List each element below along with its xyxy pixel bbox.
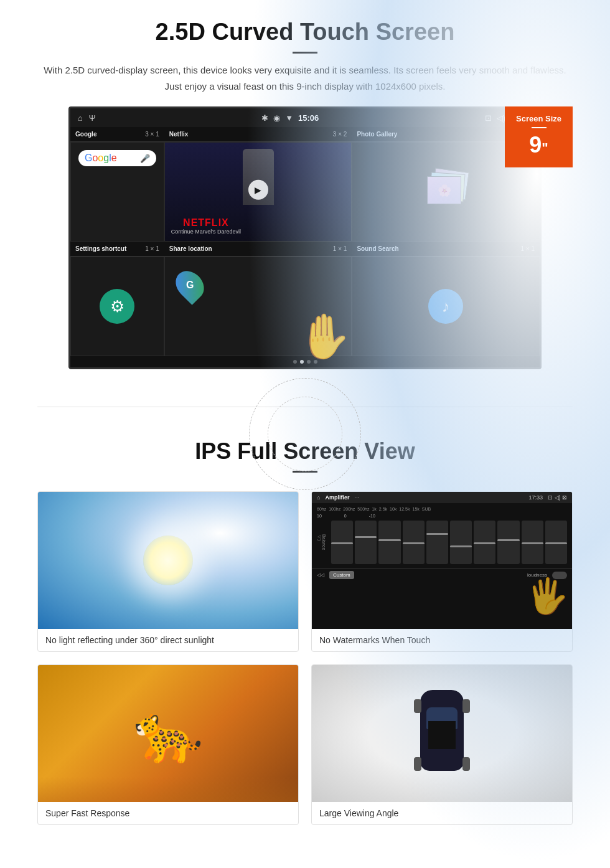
section-ips: IPS Full Screen View No light reflecting… xyxy=(0,432,610,844)
share-app-size: 1 × 1 xyxy=(333,245,347,252)
section1-title: 2.5D Curved Touch Screen xyxy=(37,19,573,45)
eq-bar-3[interactable] xyxy=(403,521,425,564)
eq-bar-0[interactable] xyxy=(331,521,353,564)
amp-custom-btn[interactable]: Custom xyxy=(329,571,354,579)
camera-icon: ⊡ xyxy=(485,113,492,123)
status-bar: ⌂ Ψ ✱ ◉ ▼ 15:06 ⊡ ◁) ⊠ ⬜ xyxy=(70,108,540,127)
car-wheel-rr xyxy=(462,757,470,771)
amp-freq-labels: 60hz100hz200hz500hz1k2.5k10k12.5k15kSUB xyxy=(317,507,567,511)
maps-logo: G xyxy=(177,270,202,301)
section-curved-screen: 2.5D Curved Touch Screen With 2.5D curve… xyxy=(0,0,610,382)
volume-icon: ◁) xyxy=(497,113,505,123)
device-wrapper: Screen Size 9" ⌂ Ψ ✱ ◉ ▼ 15:06 ⊡ xyxy=(56,106,554,369)
cheetah-emoji: 🐆 xyxy=(133,701,203,767)
app-label-row2: Settings shortcut 1 × 1 Share location 1… xyxy=(70,242,540,256)
home-icon[interactable]: ⌂ xyxy=(78,113,83,123)
feature-car: Large Viewing Angle xyxy=(311,664,573,825)
location-icon: ◉ xyxy=(273,113,280,123)
sunlight-flare xyxy=(143,535,193,585)
maps-g-letter: G xyxy=(186,280,194,291)
android-screen: ⌂ Ψ ✱ ◉ ▼ 15:06 ⊡ ◁) ⊠ ⬜ xyxy=(68,106,542,369)
netflix-subtitle: Continue Marvel's Daredevil xyxy=(171,229,241,235)
amp-time: 17:33 xyxy=(528,494,543,501)
eq-bar-8[interactable] xyxy=(522,521,543,564)
feature-sunlight: No light reflecting under 360° direct su… xyxy=(37,491,299,652)
sound-app-size: 1 × 1 xyxy=(520,245,535,252)
feature-cheetah: 🐆 Super Fast Response xyxy=(37,664,299,825)
share-location-widget[interactable]: G 🤚 xyxy=(164,257,352,356)
amp-row-labels: 100-10 xyxy=(317,514,567,518)
eq-bar-4[interactable] xyxy=(426,521,448,564)
app-grid-row1: Google 🎤 ▶ NETFLIX C xyxy=(70,141,540,242)
badge-line xyxy=(532,127,547,128)
google-widget[interactable]: Google 🎤 xyxy=(70,142,164,242)
label-sound-search: Sound Search 1 × 1 xyxy=(352,244,540,253)
amp-icons: ⊡ ◁) ⊠ xyxy=(548,494,567,501)
cheetah-caption: Super Fast Response xyxy=(38,802,298,824)
google-app-size: 3 × 1 xyxy=(145,131,159,138)
cheetah-dust xyxy=(38,777,298,802)
amplifier-image: ⌂ Amplifier ⋯ 17:33 ⊡ ◁) ⊠ 60hz100hz200h… xyxy=(312,492,572,629)
amp-title: Amplifier xyxy=(325,494,349,501)
music-note-icon: ♪ xyxy=(442,297,450,316)
car-image xyxy=(312,665,572,802)
netflix-info: NETFLIX Continue Marvel's Daredevil xyxy=(171,217,241,235)
label-settings: Settings shortcut 1 × 1 xyxy=(70,244,164,253)
google-mic-icon[interactable]: 🎤 xyxy=(140,154,150,163)
car-wheel-rl xyxy=(414,757,421,771)
amp-prev[interactable]: ◁◁ xyxy=(317,572,324,578)
photo-item-3: 🌸 xyxy=(427,176,461,204)
netflix-app-name: Netflix xyxy=(169,131,189,138)
google-logo: Google xyxy=(85,153,117,164)
gear-icon: ⚙ xyxy=(110,297,124,316)
status-left: ⌂ Ψ xyxy=(78,113,96,123)
amplifier-caption: No Watermarks When Touch xyxy=(312,629,572,651)
amp-bars: Balance◁) xyxy=(317,521,567,564)
eq-bar-9[interactable] xyxy=(545,521,567,564)
car-wheel-fr xyxy=(462,699,470,713)
netflix-app-size: 3 × 2 xyxy=(333,131,347,138)
title-underline xyxy=(293,52,317,54)
eq-bar-1[interactable] xyxy=(355,521,377,564)
amp-balance-label: Balance◁) xyxy=(317,534,326,550)
usb-icon: Ψ xyxy=(89,113,96,123)
sunlight-overlay xyxy=(244,491,299,652)
section1-desc: With 2.5D curved-display screen, this de… xyxy=(37,62,573,94)
settings-app-size: 1 × 1 xyxy=(145,245,159,252)
wifi-icon: ▼ xyxy=(285,113,293,123)
settings-app-name: Settings shortcut xyxy=(75,245,126,252)
hand-touch-icon: 🤚 xyxy=(297,311,351,362)
label-google: Google 3 × 1 xyxy=(70,130,164,139)
sound-icon-circle: ♪ xyxy=(428,289,463,324)
eq-bar-6[interactable] xyxy=(474,521,495,564)
eq-bar-7[interactable] xyxy=(497,521,519,564)
netflix-widget[interactable]: ▶ NETFLIX Continue Marvel's Daredevil xyxy=(164,142,352,242)
label-netflix: Netflix 3 × 2 xyxy=(164,130,352,139)
page-dot-1[interactable] xyxy=(293,360,297,364)
eq-bar-5[interactable] xyxy=(450,521,472,564)
eq-bar-2[interactable] xyxy=(378,521,400,564)
google-search-bar[interactable]: Google 🎤 xyxy=(78,150,156,166)
cheetah-image: 🐆 xyxy=(38,665,298,802)
photo-app-name: Photo Gallery xyxy=(357,131,397,138)
netflix-logo-text: NETFLIX xyxy=(171,217,241,229)
play-button[interactable]: ▶ xyxy=(248,180,268,200)
sound-app-name: Sound Search xyxy=(357,245,398,252)
screen-size-value: 9" xyxy=(516,131,561,160)
maps-pin: G xyxy=(170,265,210,305)
status-center: ✱ ◉ ▼ 15:06 xyxy=(261,113,319,123)
sunlight-image xyxy=(38,492,298,629)
feature-amplifier: ⌂ Amplifier ⋯ 17:33 ⊡ ◁) ⊠ 60hz100hz200h… xyxy=(311,491,573,652)
status-time: 15:06 xyxy=(298,113,319,123)
netflix-bg: ▶ NETFLIX Continue Marvel's Daredevil xyxy=(165,143,352,241)
sound-search-widget[interactable]: ♪ xyxy=(352,257,540,356)
settings-icon-circle: ⚙ xyxy=(100,289,134,324)
amp-bar-group xyxy=(331,521,567,564)
feature-grid: No light reflecting under 360° direct su… xyxy=(37,491,573,825)
settings-widget[interactable]: ⚙ xyxy=(70,257,164,356)
car-wheel-fl xyxy=(414,699,421,713)
app-label-row1: Google 3 × 1 Netflix 3 × 2 Photo Gallery… xyxy=(70,127,540,141)
photo-stack: 🌸 xyxy=(424,170,467,214)
amp-eq-section: 60hz100hz200hz500hz1k2.5k10k12.5k15kSUB … xyxy=(312,503,572,568)
screen-size-label: Screen Size xyxy=(516,114,561,123)
